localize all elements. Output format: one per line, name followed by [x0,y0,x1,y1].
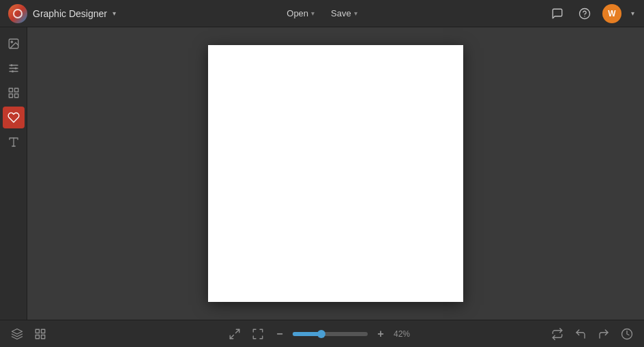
bottombar: − + 42% [0,320,644,347]
zoom-in-button[interactable]: + [373,327,388,342]
svg-rect-13 [14,94,18,98]
svg-rect-10 [9,88,12,92]
chat-icon [551,8,564,20]
bottombar-left [8,325,218,343]
sidebar-item-adjustments[interactable] [3,57,25,79]
svg-point-9 [12,70,14,72]
undo-icon [574,328,587,340]
chat-button[interactable] [548,4,567,23]
topbar-center: Open ▾ Save ▾ [218,5,427,21]
swap-icon [551,328,564,340]
fullscreen-button[interactable] [249,325,267,343]
sidebar-item-images[interactable] [3,33,25,55]
zoom-percent-label: 42% [394,329,418,339]
redo-icon [598,328,610,340]
history-button[interactable] [618,325,636,343]
layers-button[interactable] [8,325,26,343]
app-logo [8,4,27,23]
canvas-area [27,27,644,320]
text-icon [8,136,20,148]
user-avatar-button[interactable]: W [602,4,621,23]
svg-line-21 [236,329,239,333]
zoom-slider[interactable] [293,332,368,336]
app-name: Graphic Designer [33,8,107,19]
svg-rect-18 [42,329,45,333]
save-menu-button[interactable]: Save ▾ [324,5,364,21]
sliders-icon [8,62,20,74]
sidebar [0,27,27,320]
zoom-out-button[interactable]: − [272,327,287,342]
svg-line-22 [230,335,233,338]
sidebar-item-grid[interactable] [3,82,25,104]
user-menu-caret[interactable]: ▾ [630,10,636,17]
grid-icon [8,87,20,99]
svg-rect-11 [14,88,18,92]
layers-icon [11,328,23,340]
redo-button[interactable] [595,325,613,343]
topbar: Graphic Designer ▾ Open ▾ Save ▾ W ▾ [0,0,644,27]
grid-small-icon [34,328,46,340]
history-icon [621,328,633,340]
svg-marker-16 [12,329,23,334]
grid-view-button[interactable] [31,325,49,343]
svg-point-7 [10,64,12,66]
topbar-left: Graphic Designer ▾ [8,4,218,23]
undo-button[interactable] [572,325,589,343]
svg-rect-20 [42,335,45,338]
sidebar-item-text[interactable] [3,131,25,153]
svg-rect-19 [35,335,39,338]
svg-point-0 [580,8,590,18]
bottombar-right [426,325,636,343]
main-area [0,27,644,320]
bottombar-center: − + 42% [218,325,427,343]
sidebar-item-favorites[interactable] [3,107,25,128]
zoom-slider-thumb [317,330,325,338]
app-chevron-icon[interactable]: ▾ [113,10,116,17]
svg-rect-12 [9,94,12,98]
swap-button[interactable] [548,325,566,343]
heart-icon [8,111,20,124]
help-icon [579,8,591,20]
svg-rect-17 [35,329,39,333]
help-button[interactable] [575,4,594,23]
open-menu-button[interactable]: Open ▾ [280,5,321,21]
fullscreen-icon [252,328,264,340]
image-icon [8,38,20,50]
app-logo-inner [13,9,23,18]
fit-screen-button[interactable] [226,325,244,343]
svg-point-8 [14,68,16,70]
fit-screen-icon [229,328,241,340]
svg-point-3 [11,41,12,42]
canvas-document [208,45,463,302]
topbar-right: W ▾ [426,4,636,23]
